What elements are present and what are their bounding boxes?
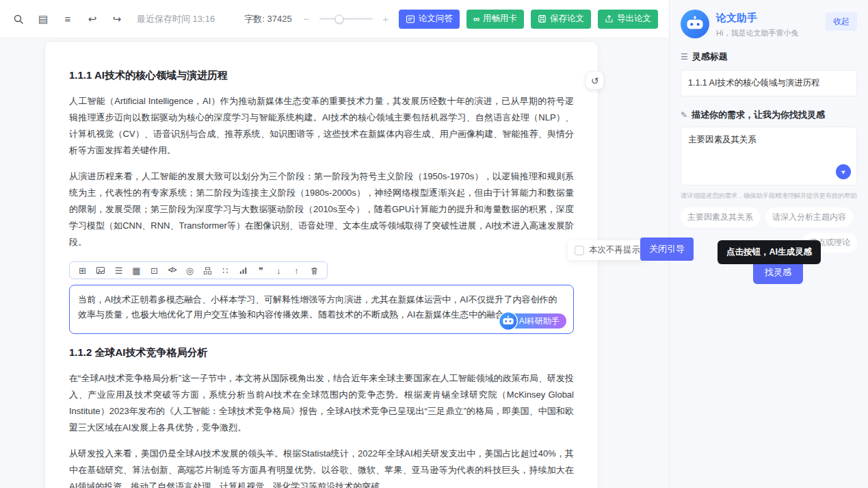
dont-show-again-toggle[interactable]: 本次不再提示 <box>568 240 647 260</box>
assistant-header: 论文助手 Hi，我是论文助手雷小兔 收起 <box>681 10 857 38</box>
table-icon[interactable]: ▦ <box>132 266 141 275</box>
suggestion-chip[interactable]: 主要因素及其关系 <box>681 207 760 227</box>
need-value: 主要因素及其关系 <box>688 135 757 144</box>
outline-icon[interactable]: ▤ <box>36 12 51 27</box>
dont-show-again-label: 本次不再提示 <box>589 244 640 256</box>
robot-avatar-icon <box>499 311 518 331</box>
bullet-list-icon[interactable]: ☰ <box>114 266 123 275</box>
code-icon[interactable]: </> <box>168 267 176 274</box>
assistant-greeting: Hi，我是论文助手雷小兔 <box>716 28 798 38</box>
need-label: ✎ 描述你的需求，让我为你找找灵感 <box>681 109 857 121</box>
ai-assistant-badge[interactable]: AI科研助手 <box>500 313 566 329</box>
add-block-icon[interactable]: ⊞ <box>78 266 87 275</box>
paper-qa-label: 论文问答 <box>419 13 453 25</box>
close-guide-button[interactable]: 关闭引导 <box>640 237 694 261</box>
assistant-title-block: 论文助手 Hi，我是论文助手雷小兔 <box>716 10 798 38</box>
section-2-paragraph[interactable]: 在“全球AI技术竞争格局分析”这一子节中，本文将从国际视角出发，结合近年来全球主… <box>69 370 574 436</box>
send-button[interactable]: ➤ <box>836 164 851 179</box>
need-hint: 请详细描述您的需求，确保助手能精准理解并提供更有效的帮助 <box>681 192 857 201</box>
need-textarea[interactable]: 主要因素及其关系 ➤ <box>681 127 857 185</box>
textbox-icon[interactable]: ⊡ <box>150 266 159 275</box>
last-saved-time: 最近保存时间 13:16 <box>137 13 215 25</box>
inline-editor-toolbar: ⊞ ☰ ▦ ⊡ </> ◎ 品 ∷ ❞ ↓ ↑ <box>69 261 328 279</box>
grid-dots-icon[interactable]: ∷ <box>221 266 230 275</box>
zoom-slider[interactable] <box>319 18 373 20</box>
section-1-heading[interactable]: 1.1.1 AI技术的核心领域与演进历程 <box>69 69 574 82</box>
app-root: ▤ ≡ ↩ ↪ 最近保存时间 13:16 字数: 37425 − + 论文问答 … <box>0 0 868 488</box>
save-icon <box>538 14 547 23</box>
top-toolbar: ▤ ≡ ↩ ↪ 最近保存时间 13:16 字数: 37425 − + 论文问答 … <box>0 0 669 38</box>
assistant-panel: 论文助手 Hi，我是论文助手雷小兔 收起 ☰ 灵感标题 1.1.1 AI技术的核… <box>669 0 868 488</box>
export-paper-label: 导出论文 <box>617 13 651 25</box>
ai-assistant-badge-label: AI科研助手 <box>519 313 560 329</box>
document-canvas: ↺ 1.1.1 AI技术的核心领域与演进历程 人工智能（Artificial I… <box>0 38 669 488</box>
assistant-title: 论文助手 <box>716 12 798 25</box>
ai-draft-text: 当前，AI技术正朝着多模态融合、小样本学习、可解释性增强等方向演进，尤其在新媒体… <box>78 294 557 320</box>
checkbox-icon[interactable] <box>575 246 584 255</box>
quote-icon[interactable]: ❞ <box>257 266 265 275</box>
need-label-text: 描述你的需求，让我为你找找灵感 <box>692 109 825 121</box>
unlimited-card-button[interactable]: ∞ 用畅用卡 <box>466 10 524 29</box>
target-icon[interactable]: ◎ <box>185 266 194 275</box>
trash-icon[interactable] <box>310 266 319 275</box>
inspiration-title-label-text: 灵感标题 <box>692 51 728 63</box>
inspiration-title-label: ☰ 灵感标题 <box>681 51 857 63</box>
export-icon <box>605 14 614 23</box>
find-inspiration-button[interactable]: 找灵感 <box>753 261 803 284</box>
move-down-icon[interactable]: ↓ <box>274 266 283 275</box>
assistant-avatar-icon <box>681 10 709 38</box>
export-paper-button[interactable]: 导出论文 <box>598 10 658 29</box>
word-count: 字数: 37425 <box>244 13 291 25</box>
ai-draft-input[interactable]: 当前，AI技术正朝着多模态融合、小样本学习、可解释性增强等方向演进，尤其在新媒体… <box>69 285 574 334</box>
toolbar-right-group: 字数: 37425 − + 论文问答 ∞ 用畅用卡 保存论文 <box>244 10 658 29</box>
section-2-heading[interactable]: 1.1.2 全球AI技术竞争格局分析 <box>69 346 574 359</box>
zoom-slider-knob[interactable] <box>335 14 344 23</box>
paper-qa-button[interactable]: 论文问答 <box>399 10 460 29</box>
history-button[interactable]: ↺ <box>586 71 604 90</box>
inspiration-title-input[interactable]: 1.1.1 AI技术的核心领域与演进历程 <box>681 70 857 97</box>
zoom-in-button[interactable]: + <box>380 13 392 25</box>
undo-icon[interactable]: ↩ <box>85 12 100 27</box>
infinity-icon: ∞ <box>473 14 479 23</box>
line-spacing-icon[interactable]: ≡ <box>60 12 75 27</box>
guide-tooltip: 点击按钮，AI生成灵感 <box>718 240 821 264</box>
save-paper-button[interactable]: 保存论文 <box>531 10 591 29</box>
section-1-paragraph[interactable]: 人工智能（Artificial Intelligence，AI）作为推动新媒体生… <box>69 93 574 159</box>
flowchart-icon[interactable]: 品 <box>203 266 212 275</box>
search-icon[interactable] <box>11 12 26 27</box>
bar-chart-icon[interactable] <box>239 266 248 275</box>
section-2-paragraph[interactable]: 从研发投入来看，美国仍是全球AI技术发展的领头羊。根据Statista统计，20… <box>69 446 574 488</box>
section-1-paragraph[interactable]: 从演进历程来看，人工智能的发展大致可以划分为三个阶段：第一阶段为符号主义阶段（1… <box>69 168 574 251</box>
chat-doc-icon <box>406 14 415 24</box>
redo-icon[interactable]: ↪ <box>109 12 124 27</box>
pencil-icon: ✎ <box>681 110 687 120</box>
move-up-icon[interactable]: ↑ <box>292 266 301 275</box>
send-icon: ➤ <box>839 168 847 177</box>
collapse-button[interactable]: 收起 <box>826 12 857 31</box>
zoom-out-button[interactable]: − <box>300 13 313 25</box>
save-paper-label: 保存论文 <box>550 13 584 25</box>
image-icon[interactable] <box>96 266 105 275</box>
suggestion-chip[interactable]: 请深入分析主题内容 <box>765 207 853 227</box>
history-icon: ↺ <box>591 75 599 86</box>
unlimited-card-label: 用畅用卡 <box>483 13 517 25</box>
list-icon: ☰ <box>681 52 688 62</box>
document: ↺ 1.1.1 AI技术的核心领域与演进历程 人工智能（Artificial I… <box>44 41 599 488</box>
